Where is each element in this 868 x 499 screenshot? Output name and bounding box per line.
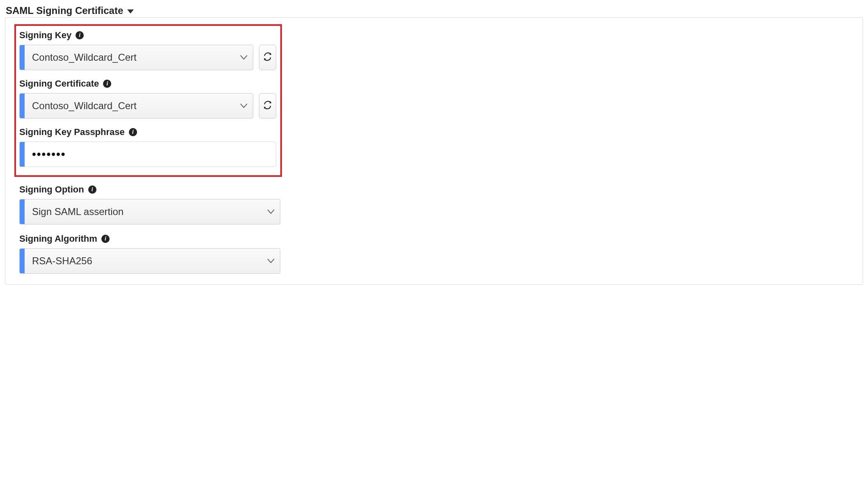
chevron-down-icon bbox=[235, 45, 253, 70]
signing-key-passphrase-label-text: Signing Key Passphrase bbox=[19, 127, 125, 137]
caret-down-icon bbox=[127, 9, 134, 14]
section-title: SAML Signing Certificate bbox=[6, 5, 123, 16]
status-bar-icon bbox=[20, 199, 25, 224]
chevron-down-icon bbox=[262, 199, 280, 224]
signing-certificate-select[interactable]: Contoso_Wildcard_Cert bbox=[19, 93, 253, 119]
signing-algorithm-label: Signing Algorithm i bbox=[19, 233, 849, 244]
section-header[interactable]: SAML Signing Certificate bbox=[5, 5, 863, 16]
signing-certificate-label-text: Signing Certificate bbox=[19, 78, 99, 89]
chevron-down-icon bbox=[235, 94, 253, 118]
signing-key-passphrase-input[interactable]: ••••••• bbox=[19, 142, 276, 167]
signing-key-control-row: Contoso_Wildcard_Cert bbox=[19, 45, 276, 70]
signing-algorithm-label-text: Signing Algorithm bbox=[19, 233, 97, 244]
signing-key-label-text: Signing Key bbox=[19, 30, 71, 41]
status-bar-icon bbox=[20, 249, 25, 273]
signing-algorithm-value: RSA-SHA256 bbox=[25, 249, 262, 273]
signing-option-value: Sign SAML assertion bbox=[25, 199, 262, 224]
status-bar-icon bbox=[20, 142, 25, 167]
saml-signing-certificate-panel: Signing Key i Contoso_Wildcard_Cert bbox=[5, 17, 863, 285]
info-icon[interactable]: i bbox=[101, 235, 110, 243]
signing-algorithm-select[interactable]: RSA-SHA256 bbox=[19, 248, 280, 274]
signing-certificate-label: Signing Certificate i bbox=[19, 78, 276, 89]
signing-algorithm-field: Signing Algorithm i RSA-SHA256 bbox=[19, 233, 849, 274]
signing-certificate-field: Signing Certificate i Contoso_Wildcard_C… bbox=[19, 78, 276, 119]
signing-key-passphrase-value: ••••••• bbox=[25, 142, 276, 167]
info-icon[interactable]: i bbox=[103, 80, 111, 88]
status-bar-icon bbox=[20, 45, 25, 70]
refresh-icon bbox=[263, 52, 272, 63]
signing-key-passphrase-field: Signing Key Passphrase i ••••••• bbox=[19, 127, 276, 167]
signing-key-passphrase-label: Signing Key Passphrase i bbox=[19, 127, 276, 137]
status-bar-icon bbox=[20, 94, 25, 118]
info-icon[interactable]: i bbox=[129, 128, 137, 136]
signing-option-select[interactable]: Sign SAML assertion bbox=[19, 199, 280, 224]
signing-key-value: Contoso_Wildcard_Cert bbox=[25, 45, 235, 70]
refresh-signing-certificate-button[interactable] bbox=[259, 93, 276, 119]
highlight-box: Signing Key i Contoso_Wildcard_Cert bbox=[14, 24, 282, 177]
refresh-icon bbox=[263, 101, 272, 112]
signing-certificate-value: Contoso_Wildcard_Cert bbox=[25, 94, 235, 118]
refresh-signing-key-button[interactable] bbox=[259, 45, 276, 70]
chevron-down-icon bbox=[262, 249, 280, 273]
info-icon[interactable]: i bbox=[88, 185, 96, 194]
signing-option-field: Signing Option i Sign SAML assertion bbox=[19, 184, 849, 224]
info-icon[interactable]: i bbox=[76, 31, 84, 39]
signing-key-select[interactable]: Contoso_Wildcard_Cert bbox=[19, 45, 253, 70]
signing-certificate-control-row: Contoso_Wildcard_Cert bbox=[19, 93, 276, 119]
signing-option-label-text: Signing Option bbox=[19, 184, 84, 195]
signing-key-label: Signing Key i bbox=[19, 30, 276, 41]
signing-key-field: Signing Key i Contoso_Wildcard_Cert bbox=[19, 30, 276, 70]
signing-option-label: Signing Option i bbox=[19, 184, 849, 195]
lower-fields: Signing Option i Sign SAML assertion Sig… bbox=[19, 184, 849, 274]
